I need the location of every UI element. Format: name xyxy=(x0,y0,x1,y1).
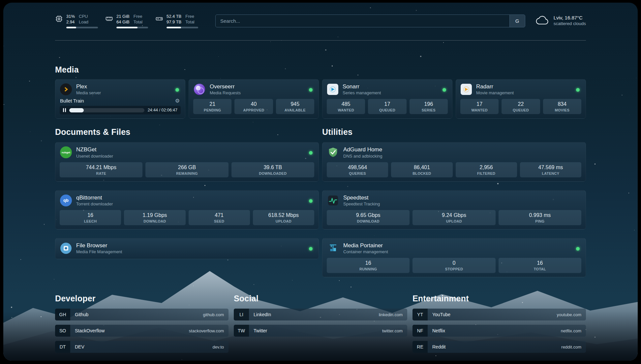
disk-widget-body: 52.4 TB 97.9 TB Free Total xyxy=(167,14,198,28)
service-name: AdGuard Home xyxy=(343,146,382,153)
stat-filtered: 2,956 FILTERED xyxy=(456,162,517,177)
cpu-progress-bar xyxy=(66,27,98,28)
stat-label: FILTERED xyxy=(457,171,516,175)
section-title-entertainment: Entertainment xyxy=(412,294,586,303)
speedtest-icon xyxy=(327,195,339,206)
service-card-sonarr[interactable]: Sonarr Series management 485 WANTED 17 Q… xyxy=(322,79,452,119)
stat-label: SEED xyxy=(190,219,249,223)
bookmark-group-developer: Developer GH Github github.com SO StackO… xyxy=(55,294,229,353)
stat-movies: 834 MOVIES xyxy=(543,99,581,114)
service-name: File Browser xyxy=(76,242,122,249)
stat-label: BLOCKED xyxy=(392,171,451,175)
service-name: Radarr xyxy=(476,83,514,90)
bookmark-reddit[interactable]: RE Reddit reddit.com xyxy=(412,341,586,353)
stat-total: 16 TOTAL xyxy=(499,258,581,273)
service-card-nzbget[interactable]: nzbget NZBGet Usenet downloader 7 xyxy=(55,142,319,181)
service-card-qbittorrent[interactable]: qb qBittorrent Torrent downloader xyxy=(55,190,319,229)
stat-value: 0.993 ms xyxy=(500,212,580,218)
bookmark-stackoverflow[interactable]: SO StackOverflow stackoverflow.com xyxy=(55,325,229,337)
stat-seed: 471 SEED xyxy=(189,210,250,225)
cpu-usage-value: 31% xyxy=(66,14,75,19)
memory-total-value: 64 GiB xyxy=(116,19,130,25)
stat-approved: 40 APPROVED xyxy=(234,99,273,114)
service-card-overseerr[interactable]: Overseerr Media Requests 21 PENDING 40 A… xyxy=(189,79,319,119)
bookmark-abbr: SO xyxy=(55,325,70,337)
service-name: Overseerr xyxy=(210,83,241,90)
stat-remaining: 266 GB REMAINING xyxy=(145,162,228,177)
service-card-plex[interactable]: Plex Media server Bullet Train ⚙ 24:44 /… xyxy=(55,79,185,119)
memory-free-label: Free xyxy=(134,14,142,19)
stat-queries: 498,564 QUERIES xyxy=(327,162,388,177)
section-title-developer: Developer xyxy=(55,294,229,303)
radarr-icon xyxy=(461,84,472,95)
stat-upload: 9.24 Gbps UPLOAD xyxy=(412,210,495,225)
snow-flake xyxy=(416,10,417,11)
search-input[interactable] xyxy=(216,15,509,27)
bookmark-group-entertainment: Entertainment YT YouTube youtube.com NF … xyxy=(412,294,586,353)
service-description: Container management xyxy=(343,249,388,254)
bookmark-youtube[interactable]: YT YouTube youtube.com xyxy=(412,309,586,320)
status-dot xyxy=(576,88,580,92)
service-description: Media File Management xyxy=(76,249,122,254)
weather-location: Lviv, 16.87°C xyxy=(554,15,586,21)
status-dot xyxy=(309,199,313,203)
stat-leech: 16 LEECH xyxy=(60,210,121,225)
search-bar[interactable]: G xyxy=(215,15,525,27)
stat-value: 744.21 Mbps xyxy=(61,165,141,170)
bookmark-dev[interactable]: DT DEV dev.to xyxy=(55,341,229,353)
stat-latency: 47.569 ms LATENCY xyxy=(520,162,581,177)
memory-icon xyxy=(105,15,113,23)
bookmark-abbr: NF xyxy=(412,325,428,337)
service-card-radarr[interactable]: Radarr Movie management 17 WANTED 22 QUE… xyxy=(456,79,586,119)
stat-value: 40 xyxy=(236,101,271,107)
service-card-adguard[interactable]: AdGuard Home DNS and adblocking 498,564 … xyxy=(322,142,586,181)
bookmark-twitter[interactable]: TW Twitter twitter.com xyxy=(234,325,407,337)
sonarr-icon xyxy=(327,84,338,95)
stat-value: 834 xyxy=(544,101,580,107)
stat-queued: 22 QUEUED xyxy=(502,99,540,114)
disk-icon xyxy=(155,15,163,23)
bookmark-linkedin[interactable]: LI LinkedIn linkedin.com xyxy=(234,309,407,320)
playback-time: 24:44 / 02:06:47 xyxy=(148,108,177,112)
disk-total-label: Total xyxy=(185,19,194,25)
status-dot xyxy=(443,88,446,92)
nzbget-icon-text: nzbget xyxy=(62,151,70,154)
middle-columns: Documents & Files nzbget NZBGet Usenet d… xyxy=(55,127,586,277)
utilities-column: Utilities xyxy=(322,127,586,277)
stat-label: APPROVED xyxy=(236,108,271,112)
stat-value: 16 xyxy=(500,260,580,266)
adguard-icon xyxy=(327,146,339,158)
snow-flake xyxy=(370,7,371,8)
stat-value: 945 xyxy=(277,101,313,107)
section-title-media: Media xyxy=(55,65,586,75)
stat-download: 1.19 Gbps DOWNLOAD xyxy=(124,210,185,225)
stat-value: 498,564 xyxy=(328,165,387,170)
service-card-portainer[interactable]: Media Portainer Container management 16 … xyxy=(322,238,586,277)
bookmark-abbr: GH xyxy=(55,309,70,320)
stat-wanted: 17 WANTED xyxy=(460,99,499,114)
stat-label: QUERIES xyxy=(328,171,387,175)
gear-icon[interactable]: ⚙ xyxy=(175,98,180,104)
cpu-load-value: 2.94 xyxy=(66,19,75,25)
stat-value: 266 GB xyxy=(147,165,227,170)
documents-column: Documents & Files nzbget NZBGet Usenet d… xyxy=(55,127,319,259)
bookmark-name: YouTube xyxy=(432,312,450,317)
stat-queued: 17 QUEUED xyxy=(368,99,406,114)
cpu-load-label: Load xyxy=(79,19,88,25)
stat-value: 21 xyxy=(195,101,230,107)
weather-condition: scattered clouds xyxy=(554,21,586,26)
stat-upload: 618.52 Mbps UPLOAD xyxy=(253,210,314,225)
stat-value: 9.65 Gbps xyxy=(328,212,408,218)
playback-track xyxy=(69,108,144,112)
search-provider-button[interactable]: G xyxy=(509,15,525,27)
service-description: Usenet downloader xyxy=(76,154,113,159)
service-card-speedtest[interactable]: Speedtest Speedtest Tracking 9.65 Gbps D… xyxy=(322,190,586,229)
stat-wanted: 485 WANTED xyxy=(327,99,365,114)
dashboard-frame: 31% 2.94 CPU Load xyxy=(3,3,638,361)
memory-widget-body: 21 GiB 64 GiB Free Total xyxy=(116,14,148,28)
bookmark-netflix[interactable]: NF Netflix netflix.com xyxy=(412,325,586,337)
bookmark-github[interactable]: GH Github github.com xyxy=(55,309,229,320)
plex-icon xyxy=(60,83,72,95)
status-dot xyxy=(309,247,313,251)
service-card-filebrowser[interactable]: File Browser Media File Management xyxy=(55,238,319,259)
